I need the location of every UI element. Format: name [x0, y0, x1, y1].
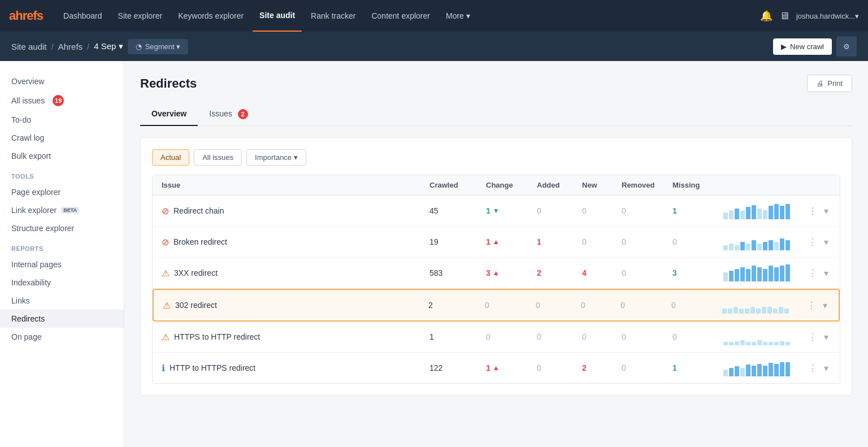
actual-filter[interactable]: Actual — [152, 149, 189, 166]
sidebar-item-structure-explorer[interactable]: Structure explorer — [0, 219, 124, 237]
warning-icon: ⚠ — [163, 300, 171, 311]
issue-label-broken-redirect[interactable]: Broken redirect — [173, 237, 227, 246]
change-val-http-to-https: 1 — [486, 363, 491, 372]
expand-button[interactable]: ▾ — [822, 331, 831, 344]
error-icon: ⊘ — [162, 237, 169, 248]
change-val-https-to-http: 0 — [486, 332, 491, 341]
print-button[interactable]: 🖨 Print — [807, 75, 852, 92]
more-options-button[interactable]: ⋮ — [806, 331, 819, 344]
print-icon: 🖨 — [817, 79, 824, 88]
crawled-3xx-redirect: 583 — [429, 268, 486, 277]
row-actions-3xx-redirect: ⋮ ▾ — [802, 267, 831, 280]
print-label: Print — [827, 79, 843, 88]
expand-button[interactable]: ▾ — [822, 362, 831, 375]
crawled-broken-redirect: 19 — [429, 237, 486, 246]
segment-icon: ◔ — [136, 42, 142, 51]
issue-label-https-to-http[interactable]: HTTPS to HTTP redirect — [174, 332, 260, 341]
sidebar-item-overview[interactable]: Overview — [0, 72, 124, 90]
all-issues-filter[interactable]: All issues — [194, 149, 242, 166]
monitor-icon[interactable]: 🖥 — [779, 10, 789, 22]
table-header: Issue Crawled Change Added New Removed M… — [153, 175, 840, 196]
sidebar-item-all-issues[interactable]: All issues 19 — [0, 90, 124, 111]
breadcrumb-site-audit[interactable]: Site audit — [11, 42, 47, 51]
row-actions-http-to-https: ⋮ ▾ — [802, 362, 831, 375]
nav-keywords-explorer[interactable]: Keywords explorer — [171, 0, 250, 32]
th-removed: Removed — [622, 181, 672, 189]
sidebar-label-todo: To-do — [11, 115, 31, 124]
new-crawl-button[interactable]: ▶ New crawl — [773, 38, 832, 55]
expand-button[interactable]: ▾ — [822, 236, 831, 249]
nav-content-explorer[interactable]: Content explorer — [364, 0, 437, 32]
breadcrumb-bar: Site audit / Ahrefs / 4 Sep ▾ ◔ Segment … — [0, 32, 868, 61]
page-header: Redirects 🖨 Print — [140, 75, 852, 92]
expand-button[interactable]: ▾ — [822, 267, 831, 280]
breadcrumb-right: ▶ New crawl ⚙ — [773, 36, 857, 57]
issue-label-http-to-https[interactable]: HTTP to HTTPS redirect — [170, 363, 255, 372]
crawled-redirect-chain: 45 — [429, 206, 486, 215]
nav-rank-tracker[interactable]: Rank tracker — [304, 0, 362, 32]
issue-label-3xx-redirect[interactable]: 3XX redirect — [174, 268, 218, 277]
sidebar: Overview All issues 19 To-do Crawl log B… — [0, 61, 124, 447]
crawled-http-to-https: 122 — [429, 363, 486, 372]
sidebar-item-internal-pages[interactable]: Internal pages — [0, 255, 124, 274]
chart-302-redirect — [722, 297, 801, 314]
added-3xx-redirect: 2 — [537, 268, 582, 277]
tab-overview[interactable]: Overview — [140, 103, 198, 126]
more-options-button[interactable]: ⋮ — [806, 362, 819, 375]
issue-label-302-redirect[interactable]: 302 redirect — [175, 301, 217, 310]
change-http-to-https: 1 ▲ — [486, 363, 537, 372]
table-row: ⊘ Broken redirect 19 1 ▲ 1 0 0 0 — [153, 227, 840, 258]
expand-button[interactable]: ▾ — [821, 299, 830, 312]
chart-redirect-chain — [723, 202, 802, 219]
sidebar-label-overview: Overview — [11, 77, 44, 86]
breadcrumb-sep2: / — [87, 42, 89, 51]
segment-button[interactable]: ◔ Segment ▾ — [128, 39, 189, 54]
change-val-broken-redirect: 1 — [486, 237, 491, 246]
sidebar-item-redirects[interactable]: Redirects — [0, 310, 124, 328]
nav-links: Dashboard Site explorer Keywords explore… — [57, 0, 760, 32]
sidebar-item-page-explorer[interactable]: Page explorer — [0, 183, 124, 201]
error-icon: ⊘ — [162, 206, 169, 216]
importance-filter[interactable]: Importance ▾ — [246, 149, 306, 166]
nav-dashboard[interactable]: Dashboard — [57, 0, 109, 32]
expand-button[interactable]: ▾ — [822, 205, 831, 218]
breadcrumb-ahrefs[interactable]: Ahrefs — [58, 42, 83, 51]
sidebar-item-bulk-export[interactable]: Bulk export — [0, 147, 124, 165]
crawled-https-to-http: 1 — [429, 332, 486, 341]
user-menu[interactable]: joshua.hardwick...▾ — [796, 12, 859, 20]
nav-site-explorer[interactable]: Site explorer — [111, 0, 170, 32]
table-row: ⚠ 3XX redirect 583 3 ▲ 2 4 0 3 — [153, 258, 840, 289]
added-broken-redirect: 1 — [537, 237, 582, 246]
nav-more[interactable]: More ▾ — [439, 0, 477, 32]
sidebar-item-crawl-log[interactable]: Crawl log — [0, 129, 124, 147]
tab-issues[interactable]: Issues 2 — [198, 103, 259, 126]
sidebar-item-indexability[interactable]: Indexability — [0, 274, 124, 292]
issue-cell-http-to-https: ℹ HTTP to HTTPS redirect — [162, 363, 429, 374]
logo[interactable]: ahrefs — [9, 8, 43, 23]
issue-label-redirect-chain[interactable]: Redirect chain — [173, 206, 224, 215]
more-options-button[interactable]: ⋮ — [805, 299, 818, 312]
nav-site-audit[interactable]: Site audit — [253, 0, 302, 32]
chart-http-to-https — [723, 359, 802, 376]
new-redirect-chain: 0 — [582, 206, 622, 215]
th-chart — [723, 181, 802, 189]
breadcrumb-current[interactable]: 4 Sep ▾ — [94, 41, 123, 51]
content-area: Redirects 🖨 Print Overview Issues 2 Actu… — [124, 61, 868, 447]
change-val-302-redirect: 0 — [485, 301, 489, 310]
more-options-button[interactable]: ⋮ — [806, 236, 819, 249]
sidebar-item-link-explorer[interactable]: Link explorer BETA — [0, 201, 124, 219]
missing-302-redirect: 0 — [671, 301, 722, 310]
more-options-button[interactable]: ⋮ — [806, 205, 819, 218]
sidebar-item-on-page[interactable]: On page — [0, 328, 124, 346]
th-new: New — [582, 181, 622, 189]
arrow-up-icon: ▲ — [493, 364, 500, 372]
all-issues-filter-label: All issues — [202, 153, 233, 162]
sidebar-item-links[interactable]: Links — [0, 292, 124, 310]
more-options-button[interactable]: ⋮ — [806, 267, 819, 280]
removed-http-to-https: 0 — [622, 363, 672, 372]
settings-button[interactable]: ⚙ — [836, 36, 857, 57]
nav-right: 🔔 🖥 joshua.hardwick...▾ — [760, 10, 859, 22]
sidebar-item-todo[interactable]: To-do — [0, 111, 124, 129]
change-3xx-redirect: 3 ▲ — [486, 268, 537, 277]
bell-icon[interactable]: 🔔 — [760, 10, 772, 22]
